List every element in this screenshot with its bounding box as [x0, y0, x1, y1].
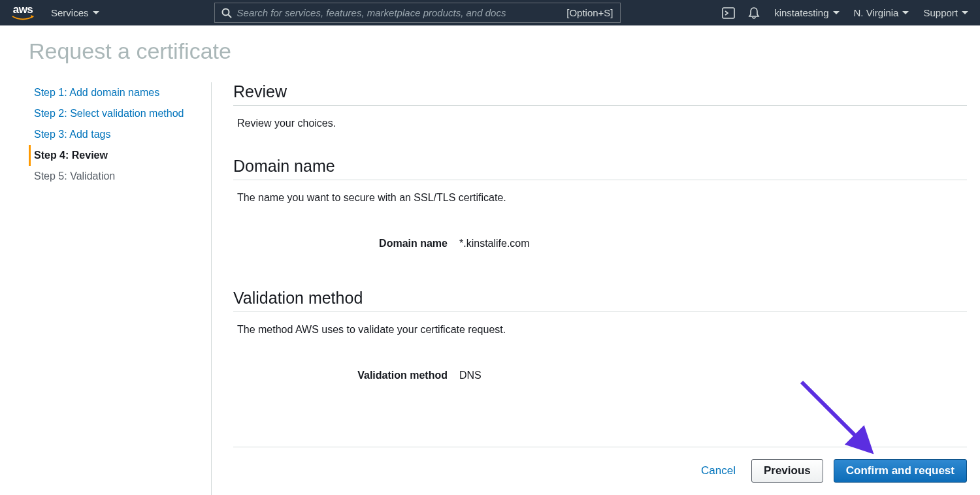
page-title: Request a certificate [29, 39, 980, 64]
aws-smile-icon [12, 15, 34, 22]
validation-method-value: DNS [459, 370, 482, 381]
annotation-arrow-icon [796, 377, 888, 462]
validation-method-row: Validation method DNS [233, 370, 967, 381]
account-menu[interactable]: kinstatesting [774, 7, 839, 18]
validation-method-section: Validation method The method AWS uses to… [233, 289, 967, 381]
cloudshell-icon [722, 7, 735, 19]
region-menu[interactable]: N. Virginia [854, 7, 909, 18]
step-2-select-validation-method[interactable]: Step 2: Select validation method [29, 103, 204, 124]
top-navbar: aws Services Search for services, featur… [0, 0, 980, 25]
services-menu[interactable]: Services [51, 7, 99, 18]
wizard-actions: Cancel Previous Confirm and request [233, 447, 967, 483]
review-section: Review Review your choices. [233, 82, 967, 129]
search-icon [221, 8, 232, 18]
region-label: N. Virginia [854, 7, 899, 18]
cloudshell-button[interactable] [722, 7, 735, 19]
confirm-and-request-button[interactable]: Confirm and request [834, 459, 967, 483]
main-content: Review Review your choices. Domain name … [212, 82, 980, 495]
aws-logo[interactable]: aws [12, 4, 34, 22]
chevron-down-icon [962, 11, 968, 14]
cancel-button[interactable]: Cancel [696, 459, 741, 483]
search-shortcut: [Option+S] [566, 7, 613, 18]
search-input[interactable]: Search for services, features, marketpla… [214, 3, 621, 23]
chevron-down-icon [833, 11, 840, 14]
validation-method-key: Validation method [233, 370, 459, 381]
step-1-add-domain-names[interactable]: Step 1: Add domain names [29, 82, 204, 103]
previous-button[interactable]: Previous [751, 459, 823, 483]
support-label: Support [923, 7, 958, 18]
domain-name-value: *.kinstalife.com [459, 238, 530, 249]
chevron-down-icon [93, 11, 99, 14]
review-heading: Review [233, 82, 967, 106]
steps-sidebar: Step 1: Add domain names Step 2: Select … [29, 82, 212, 495]
notifications-button[interactable] [748, 7, 760, 20]
svg-line-4 [802, 382, 868, 449]
svg-point-0 [222, 8, 229, 15]
domain-name-section: Domain name The name you want to secure … [233, 157, 967, 249]
review-desc: Review your choices. [233, 106, 967, 129]
step-4-review[interactable]: Step 4: Review [29, 145, 204, 166]
domain-name-key: Domain name [233, 238, 459, 249]
domain-name-row: Domain name *.kinstalife.com [233, 238, 967, 249]
services-label: Services [51, 7, 89, 18]
account-label: kinstatesting [774, 7, 828, 18]
svg-line-1 [228, 14, 231, 18]
bell-icon [748, 7, 760, 20]
domain-desc: The name you want to secure with an SSL/… [233, 180, 967, 204]
chevron-down-icon [902, 11, 909, 14]
validation-heading: Validation method [233, 289, 967, 312]
step-3-add-tags[interactable]: Step 3: Add tags [29, 124, 204, 145]
domain-heading: Domain name [233, 157, 967, 180]
search-placeholder: Search for services, features, marketpla… [237, 7, 567, 18]
support-menu[interactable]: Support [923, 7, 968, 18]
step-5-validation: Step 5: Validation [29, 166, 204, 187]
validation-desc: The method AWS uses to validate your cer… [233, 312, 967, 336]
